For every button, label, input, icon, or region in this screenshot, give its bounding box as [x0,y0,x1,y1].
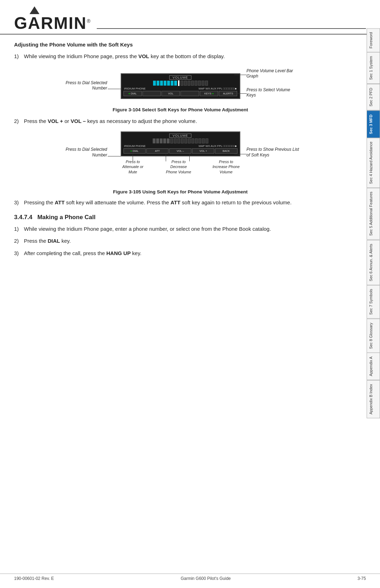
fig1-softkeys: ● DIAL VOL KEYS ● ALERTS [124,91,238,96]
fig1-softkey-empty1 [142,91,161,96]
fig1-info-row: IRIDIUM PHONE MAP WX AUX FPL □□□□□□□■ [124,87,238,90]
sub-step-1: 1) While viewing the Iridium Phone page,… [14,225,347,233]
figure-2-container: Press to Dial Selected Number VOLUME [14,131,347,196]
sidebar-item-sec3[interactable]: Sec 3 MFD [367,111,380,138]
fig1-arrow-right-top [234,75,247,75]
fig1-softkey-vol[interactable]: VOL [162,91,180,96]
figure-1-caption: Figure 3-104 Select Soft Keys for Phone … [113,107,248,112]
sub-step-3: 3) After completing the call, press the … [14,249,347,258]
fig1-annot-left: Press to Dial Selected Number [62,80,107,91]
fig2-annot-volminus: Press to Decrease Phone Volume [165,159,193,174]
subsection-heading: 3.4.7.4 Making a Phone Call [14,214,347,221]
fig2-annot-right: Press to Show Previous List of Soft Keys [247,147,299,158]
sub-step-2-number: 2) [14,237,24,245]
fig2-softkeys: ● DIAL ATT VOL – VOL + BACK [124,148,238,154]
garmin-logo: GARMIN® [14,6,91,32]
sub-step-1-number: 1) [14,225,24,233]
fig2-arrow-right [234,154,247,154]
sub-step-3-number: 3) [14,249,24,258]
fig2-bottom-annots: Press to Attenuate or Mute Press to Decr… [121,159,240,174]
sidebar-item-sec6[interactable]: Sec 6 Annun. & Alerts [367,240,380,285]
sub-step-2-text: Press the DIAL key. [24,237,347,245]
footer-right: 3-75 [357,576,366,581]
sidebar-item-appendixa[interactable]: Appendix A [367,353,380,380]
step-1-text: While viewing the Iridium Phone page, pr… [24,52,347,61]
step-1-number: 1) [14,52,24,61]
sidebar: Foreword Sec 1 System Sec 2 PFD Sec 3 MF… [367,28,380,418]
sub-step-2: 2) Press the DIAL key. [14,237,347,245]
fig1-arrow-left [108,89,121,89]
header-divider [97,28,366,29]
fig1-softkey-alerts[interactable]: ALERTS [219,91,237,96]
fig1-softkey-dial[interactable]: ● DIAL [124,91,142,96]
fig2-annot-volplus: Press to Increase Phone Volume [212,159,240,174]
fig2-annot-left: Press to Dial Selected Number [62,147,107,158]
step-2-text: Press the VOL + or VOL – keys as necessa… [24,117,347,125]
fig2-softkey-volplus[interactable]: VOL + [192,148,214,154]
sidebar-item-sec5[interactable]: Sec 5 Additional Features [367,188,380,240]
fig2-line-att [133,154,133,161]
logo-text: GARMIN® [14,15,91,32]
step-1: 1) While viewing the Iridium Phone page,… [14,52,347,61]
step-3: 3) Pressing the ATT soft key will attenu… [14,199,347,207]
sidebar-item-sec8[interactable]: Sec 8 Glossary [367,319,380,353]
page-header: GARMIN® [0,0,380,35]
fig2-softkey-back[interactable]: BACK [215,148,237,154]
step-3-number: 3) [14,199,24,207]
footer-left: 190-00601-02 Rev. E [14,576,54,581]
sidebar-item-sec2[interactable]: Sec 2 PFD [367,84,380,110]
fig2-line-volminus [166,154,166,161]
fig2-softkey-att[interactable]: ATT [146,148,169,154]
fig2-line-volplus [189,154,190,161]
sidebar-item-sec1[interactable]: Sec 1 System [367,52,380,84]
fig1-volume-bar [153,80,208,86]
fig2-annot-att: Press to Attenuate or Mute [121,159,145,174]
figure-2-inner: Press to Dial Selected Number VOLUME [61,131,300,188]
figure-2-caption: Figure 3-105 Using Soft Keys for Phone V… [113,189,248,194]
fig2-device-screen: VOLUME [121,131,240,174]
figure-1-container: Press to Dial Selected Number VOLUME [14,67,347,114]
main-content: Adjusting the Phone Volume with the Soft… [0,35,366,268]
step-3-text: Pressing the ATT soft key will attenuate… [24,199,347,207]
section-heading: Adjusting the Phone Volume with the Soft… [14,42,347,48]
fig1-device-screen: VOLUME [121,73,240,99]
fig1-softkey-keys[interactable]: KEYS ● [200,91,218,96]
sidebar-item-sec7[interactable]: Sec 7 Symbols [367,285,380,318]
sub-step-1-text: While viewing the Iridium Phone page, en… [24,225,347,233]
logo-triangle-icon [30,6,39,14]
fig2-arrow-left [108,156,121,156]
footer-center: Garmin G600 Pilot's Guide [180,576,230,581]
fig2-softkey-volminus[interactable]: VOL – [169,148,191,154]
step-2: 2) Press the VOL + or VOL – keys as nece… [14,117,347,125]
fig1-annot-right-top: Phone Volume Level Bar Graph [247,68,299,79]
sidebar-item-sec4[interactable]: Sec 4 Hazard Avoidance [367,138,380,188]
figure-1-inner: Press to Dial Selected Number VOLUME [61,67,300,106]
sidebar-item-foreword[interactable]: Foreword [367,28,380,52]
fig2-info-row: IRIDIUM PHONE MAP WX AUX FPL □□□□□□□■ [124,144,238,148]
fig1-softkey-empty2 [180,91,199,96]
fig2-volume-bar [153,138,208,143]
sub-step-3-text: After completing the call, press the HAN… [24,249,347,258]
fig1-annot-right-bottom: Press to Select Volume Keys [247,87,299,98]
fig2-softkey-dial[interactable]: ● DIAL [124,148,146,154]
page-footer: 190-00601-02 Rev. E Garmin G600 Pilot's … [0,574,380,581]
fig1-arrow-right-bottom [234,93,247,94]
sidebar-item-appendixb[interactable]: Appendix B Index [367,380,380,418]
step-2-number: 2) [14,117,24,125]
